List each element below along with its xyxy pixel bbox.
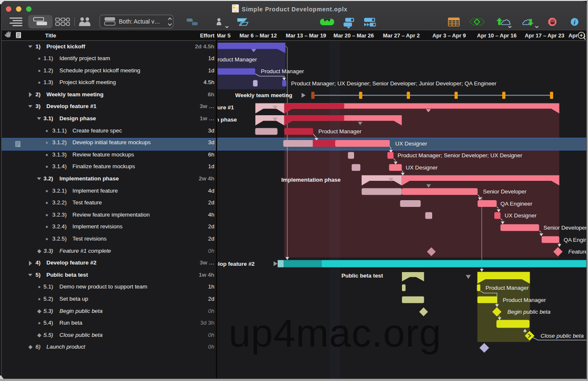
svg-text:Public beta test: Public beta test (341, 273, 383, 279)
svg-text:Senior Developer: Senior Developer (543, 225, 587, 231)
svg-text:Product Manager: Product Manager (318, 128, 362, 135)
svg-text:QA Engineer: QA Engineer (500, 201, 532, 207)
svg-text:UX Designer: UX Designer (406, 164, 438, 171)
svg-text:Design phase: Design phase (218, 116, 237, 123)
svg-text:UX Designer: UX Designer (504, 212, 536, 219)
svg-text:Product Manager; Senior Develo: Product Manager; Senior Developer; UX De… (397, 152, 522, 159)
svg-text:up4mac.org: up4mac.org (228, 311, 441, 355)
svg-text:Develop feature #1: Develop feature #1 (218, 104, 234, 111)
svg-text:Develop feature #2: Develop feature #2 (218, 261, 255, 267)
svg-text:Product Manager; UX Designer;: Product Manager; UX Designer; Senior Dev… (291, 80, 497, 87)
svg-text:Feature #1 complete: Feature #1 complete (568, 249, 587, 255)
svg-text:Product Manager: Product Manager (261, 68, 304, 74)
svg-text:UX Designer: UX Designer (395, 140, 427, 147)
svg-text:Product Manager: Product Manager (218, 56, 257, 63)
svg-text:Senior Developer: Senior Developer (483, 188, 527, 195)
svg-text:Both: Actual v…: Both: Actual v… (119, 19, 160, 25)
svg-text:Begin public beta: Begin public beta (507, 309, 551, 315)
svg-text:Weekly team meeting: Weekly team meeting (235, 92, 292, 98)
svg-text:Product Manager: Product Manager (503, 297, 546, 303)
svg-text:Close public beta: Close public beta (541, 333, 584, 339)
svg-text:Implementation phase: Implementation phase (281, 177, 340, 183)
svg-text:Product Manager: Product Manager (486, 285, 529, 291)
svg-text:QA Engineer: QA Engineer (564, 237, 587, 243)
